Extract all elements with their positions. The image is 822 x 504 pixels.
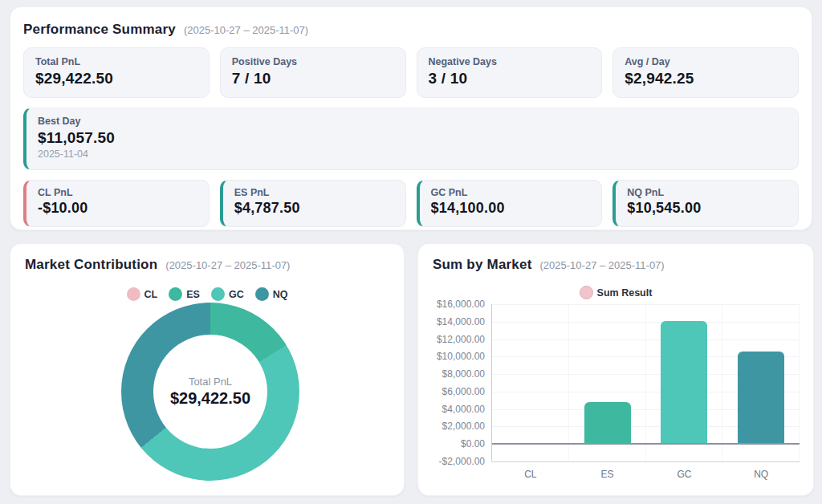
legend-item-nq[interactable]: NQ: [255, 287, 288, 301]
market-pnl-card: ES PnL $4,787.50: [220, 180, 406, 227]
y-axis-tick-label: $0.00: [461, 438, 485, 449]
donut-chart[interactable]: Total PnL $29,422.50: [121, 303, 299, 481]
bar-legend: Sum Result: [433, 286, 799, 299]
market-pnl-card: NQ PnL $10,545.00: [612, 180, 799, 227]
donut-center: Total PnL $29,422.50: [153, 335, 267, 449]
date-range: (2025-10-27 – 2025-11-07): [184, 24, 308, 36]
market-pnl-card: GC PnL $14,100.00: [417, 180, 603, 227]
y-axis-tick-label: $14,000.00: [437, 316, 485, 327]
market-pnl-value: $10,545.00: [627, 200, 787, 217]
legend-swatch-icon: [580, 286, 593, 299]
y-axis-tick-label: $8,000.00: [442, 368, 485, 380]
stat-card: Negative Days 3 / 10: [417, 47, 603, 98]
best-day-date: 2025-11-04: [38, 148, 787, 160]
bar-gc[interactable]: [661, 321, 707, 445]
legend-label: NQ: [273, 289, 288, 300]
bar-date-range: (2025-10-27 – 2025-11-07): [540, 259, 665, 271]
legend-swatch-icon: [211, 287, 225, 301]
market-pnl-label: CL PnL: [38, 187, 197, 198]
stat-value: 7 / 10: [232, 70, 394, 87]
stat-label: Total PnL: [35, 56, 197, 67]
y-axis-tick-label: $6,000.00: [442, 386, 485, 397]
x-axis-tick-label: NQ: [754, 469, 768, 480]
market-pnl-label: GC PnL: [431, 187, 591, 198]
sum-by-market-header: Sum by Market (2025-10-27 – 2025-11-07): [433, 257, 799, 273]
market-contribution-panel: Market Contribution (2025-10-27 – 2025-1…: [10, 243, 405, 496]
stat-card: Avg / Day $2,942.25: [612, 47, 799, 98]
legend-item-es[interactable]: ES: [169, 287, 200, 301]
market-pnl-label: NQ PnL: [627, 187, 787, 198]
stat-label: Positive Days: [232, 56, 394, 67]
x-axis-tick-label: GC: [677, 469, 691, 480]
gridline: [645, 304, 646, 461]
best-day-label: Best Day: [38, 116, 787, 127]
gridline: [492, 339, 800, 340]
market-pnl-label: ES PnL: [234, 187, 394, 198]
gridline: [799, 304, 800, 461]
performance-summary-header: Performance Summary (2025-10-27 – 2025-1…: [23, 22, 799, 38]
bar-nq[interactable]: [738, 352, 784, 444]
performance-summary-panel: Performance Summary (2025-10-27 – 2025-1…: [10, 6, 812, 230]
stat-card: Total PnL $29,422.50: [23, 47, 210, 98]
donut-chart-title: Market Contribution: [25, 257, 157, 273]
market-pnl-card: CL PnL -$10.00: [23, 180, 210, 227]
market-pnl-cards-row: CL PnL -$10.00ES PnL $4,787.50GC PnL $14…: [23, 180, 799, 227]
bar-chart-title: Sum by Market: [433, 257, 532, 273]
stat-value: $2,942.25: [625, 70, 787, 87]
x-axis-bottom-line: [492, 461, 800, 462]
bar-chart-plot[interactable]: -$2,000.00$0.00$2,000.00$4,000.00$6,000.…: [492, 304, 800, 461]
legend-label: Sum Result: [597, 287, 653, 299]
stat-value: 3 / 10: [429, 70, 591, 87]
donut-center-value: $29,422.50: [170, 389, 250, 408]
market-contribution-header: Market Contribution (2025-10-27 – 2025-1…: [25, 257, 389, 273]
y-axis-tick-label: $4,000.00: [442, 404, 485, 415]
stat-label: Negative Days: [429, 56, 591, 67]
legend-swatch-icon: [169, 287, 182, 301]
x-axis-tick-label: CL: [524, 469, 536, 480]
gridline: [492, 304, 800, 305]
bar-es[interactable]: [584, 402, 631, 444]
donut-center-label: Total PnL: [189, 376, 232, 388]
zero-line: [492, 443, 800, 445]
y-axis-tick-label: $2,000.00: [442, 421, 485, 432]
donut-legend: CL ES GC NQ: [25, 287, 389, 301]
y-axis-tick-label: $16,000.00: [437, 299, 485, 310]
page-title: Performance Summary: [23, 22, 176, 38]
legend-label: GC: [229, 289, 244, 300]
gridline: [492, 322, 800, 323]
legend-item-sum-result[interactable]: Sum Result: [580, 286, 653, 299]
stat-cards-row: Total PnL $29,422.50Positive Days 7 / 10…: [23, 47, 799, 98]
y-axis-tick-label: $12,000.00: [437, 334, 485, 345]
best-day-card: Best Day $11,057.50 2025-11-04: [23, 108, 799, 170]
market-pnl-value: $4,787.50: [234, 200, 394, 217]
stat-value: $29,422.50: [35, 70, 197, 87]
y-axis-tick-label: $10,000.00: [437, 351, 485, 362]
legend-swatch-icon: [127, 287, 140, 301]
legend-item-cl[interactable]: CL: [127, 287, 158, 301]
y-axis-tick-label: -$2,000.00: [439, 456, 485, 467]
legend-label: ES: [186, 289, 200, 300]
stat-label: Avg / Day: [625, 56, 787, 67]
legend-label: CL: [144, 289, 158, 300]
gridline: [568, 304, 569, 461]
best-day-value: $11,057.50: [38, 129, 787, 147]
gridline: [722, 304, 722, 461]
sum-by-market-panel: Sum by Market (2025-10-27 – 2025-11-07) …: [417, 243, 814, 496]
x-axis-tick-label: ES: [601, 469, 614, 480]
y-axis-line: [491, 304, 492, 461]
market-pnl-value: $14,100.00: [431, 200, 591, 217]
donut-date-range: (2025-10-27 – 2025-11-07): [165, 259, 290, 271]
market-pnl-value: -$10.00: [38, 200, 197, 217]
legend-item-gc[interactable]: GC: [211, 287, 244, 301]
stat-card: Positive Days 7 / 10: [220, 47, 406, 98]
legend-swatch-icon: [255, 287, 269, 301]
